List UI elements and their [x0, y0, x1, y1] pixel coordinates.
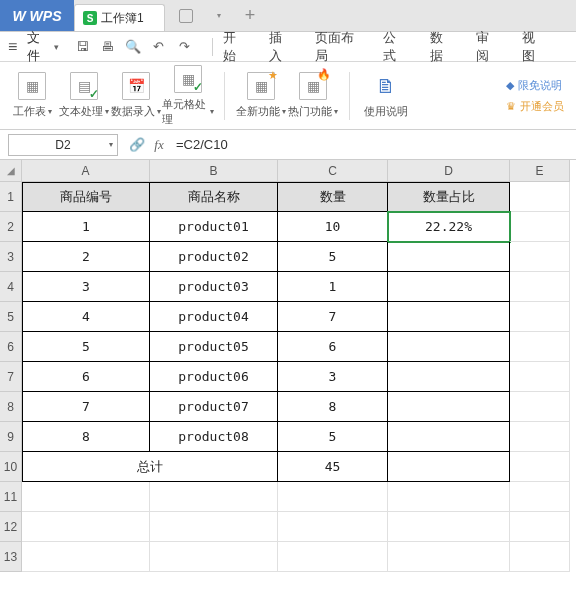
cell-E1[interactable] — [510, 182, 570, 212]
row-header-10[interactable]: 10 — [0, 452, 22, 482]
cell-D8[interactable] — [388, 392, 510, 422]
cell-B3[interactable]: product02 — [150, 242, 278, 272]
ribbon-tab-pagelayout[interactable]: 页面布局 — [315, 29, 359, 65]
cell-E5[interactable] — [510, 302, 570, 332]
row-header-2[interactable]: 2 — [0, 212, 22, 242]
cell-C10[interactable]: 45 — [278, 452, 388, 482]
cell-E7[interactable] — [510, 362, 570, 392]
cell-B13[interactable] — [150, 542, 278, 572]
cell-C4[interactable]: 1 — [278, 272, 388, 302]
cell-D7[interactable] — [388, 362, 510, 392]
text-processing-button[interactable]: ▤ 文本处理▾ — [58, 65, 110, 127]
cell-E11[interactable] — [510, 482, 570, 512]
row-header-13[interactable]: 13 — [0, 542, 22, 572]
cell-A11[interactable] — [22, 482, 150, 512]
redo-icon[interactable]: ↷ — [177, 39, 192, 54]
cell-C6[interactable]: 6 — [278, 332, 388, 362]
cell-B7[interactable]: product06 — [150, 362, 278, 392]
row-header-7[interactable]: 7 — [0, 362, 22, 392]
cell-A2[interactable]: 1 — [22, 212, 150, 242]
select-all-corner[interactable]: ◢ — [0, 160, 22, 182]
preview-icon[interactable]: 🔍 — [125, 39, 141, 54]
cell-total-label[interactable]: 总计 — [22, 452, 278, 482]
cell-A9[interactable]: 8 — [22, 422, 150, 452]
cell-C1[interactable]: 数量 — [278, 182, 388, 212]
open-member-link[interactable]: ♛开通会员 — [506, 99, 564, 114]
cell-B12[interactable] — [150, 512, 278, 542]
row-header-6[interactable]: 6 — [0, 332, 22, 362]
formula-input[interactable]: =C2/C10 — [170, 137, 576, 152]
cell-B5[interactable]: product04 — [150, 302, 278, 332]
name-box[interactable]: D2 ▾ — [8, 134, 118, 156]
cell-C13[interactable] — [278, 542, 388, 572]
ribbon-tab-insert[interactable]: 插入 — [269, 29, 291, 65]
cell-B1[interactable]: 商品名称 — [150, 182, 278, 212]
ribbon-tab-view[interactable]: 视图 — [522, 29, 544, 65]
cell-C11[interactable] — [278, 482, 388, 512]
cell-C12[interactable] — [278, 512, 388, 542]
column-header-D[interactable]: D — [388, 160, 510, 182]
cell-A7[interactable]: 6 — [22, 362, 150, 392]
cell-B9[interactable]: product08 — [150, 422, 278, 452]
hamburger-icon[interactable]: ≡ — [8, 38, 17, 56]
fx-icon[interactable]: fx — [148, 137, 170, 153]
cell-E8[interactable] — [510, 392, 570, 422]
column-header-B[interactable]: B — [150, 160, 278, 182]
column-header-E[interactable]: E — [510, 160, 570, 182]
window-mode-icon[interactable] — [179, 9, 193, 23]
cell-C9[interactable]: 5 — [278, 422, 388, 452]
cell-A5[interactable]: 4 — [22, 302, 150, 332]
cell-E12[interactable] — [510, 512, 570, 542]
ribbon-tab-home[interactable]: 开始 — [223, 29, 245, 65]
cell-E6[interactable] — [510, 332, 570, 362]
cell-B2[interactable]: product01 — [150, 212, 278, 242]
cell-C3[interactable]: 5 — [278, 242, 388, 272]
cell-C7[interactable]: 3 — [278, 362, 388, 392]
cell-A4[interactable]: 3 — [22, 272, 150, 302]
cell-E10[interactable] — [510, 452, 570, 482]
cell-D4[interactable] — [388, 272, 510, 302]
cell-B4[interactable]: product03 — [150, 272, 278, 302]
file-menu[interactable]: 文件 — [27, 29, 49, 65]
cell-C2[interactable]: 10 — [278, 212, 388, 242]
row-header-3[interactable]: 3 — [0, 242, 22, 272]
ribbon-tab-formulas[interactable]: 公式 — [383, 29, 405, 65]
cell-A13[interactable] — [22, 542, 150, 572]
cell-D12[interactable] — [388, 512, 510, 542]
row-header-9[interactable]: 9 — [0, 422, 22, 452]
tab-caret-icon[interactable]: ▾ — [217, 11, 221, 20]
undo-icon[interactable]: ↶ — [151, 39, 166, 54]
cell-E9[interactable] — [510, 422, 570, 452]
new-tab-button[interactable]: + — [245, 5, 256, 26]
cell-C8[interactable]: 8 — [278, 392, 388, 422]
document-tab[interactable]: S 工作簿1 — [74, 4, 165, 31]
cell-D1[interactable]: 数量占比 — [388, 182, 510, 212]
worksheet-button[interactable]: ▦ 工作表▾ — [6, 65, 58, 127]
column-header-C[interactable]: C — [278, 160, 388, 182]
cell-A12[interactable] — [22, 512, 150, 542]
cells-area[interactable]: 商品编号商品名称数量数量占比1product011022.22%2product… — [22, 182, 570, 572]
print-icon[interactable]: 🖶 — [100, 39, 115, 54]
row-header-12[interactable]: 12 — [0, 512, 22, 542]
cell-D10[interactable] — [388, 452, 510, 482]
cell-E4[interactable] — [510, 272, 570, 302]
cell-A8[interactable]: 7 — [22, 392, 150, 422]
cell-processing-button[interactable]: ▦ 单元格处理▾ — [162, 65, 214, 127]
usage-guide-button[interactable]: 🗎 使用说明 — [360, 72, 412, 119]
free-info-link[interactable]: ◆限免说明 — [506, 78, 564, 93]
cell-A1[interactable]: 商品编号 — [22, 182, 150, 212]
cell-C5[interactable]: 7 — [278, 302, 388, 332]
cell-E13[interactable] — [510, 542, 570, 572]
cell-D11[interactable] — [388, 482, 510, 512]
cell-D3[interactable] — [388, 242, 510, 272]
cell-B6[interactable]: product05 — [150, 332, 278, 362]
hot-features-button[interactable]: ▦ 热门功能▾ — [287, 72, 339, 119]
ribbon-tab-data[interactable]: 数据 — [430, 29, 452, 65]
row-header-4[interactable]: 4 — [0, 272, 22, 302]
cell-B11[interactable] — [150, 482, 278, 512]
cell-B8[interactable]: product07 — [150, 392, 278, 422]
formula-link-icon[interactable]: 🔗 — [126, 137, 148, 152]
data-entry-button[interactable]: 📅 数据录入▾ — [110, 65, 162, 127]
row-header-11[interactable]: 11 — [0, 482, 22, 512]
ribbon-tab-review[interactable]: 审阅 — [476, 29, 498, 65]
